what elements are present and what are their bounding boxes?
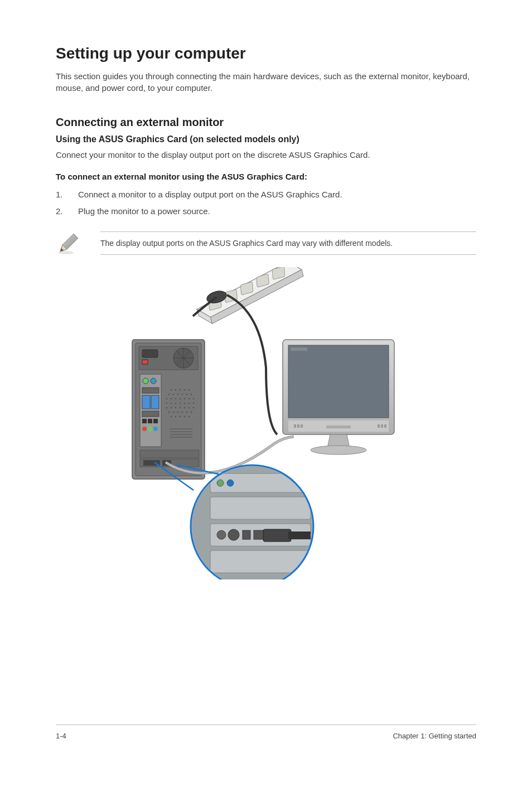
svg-rect-22 — [151, 395, 159, 409]
svg-point-18 — [143, 378, 148, 384]
svg-rect-20 — [142, 388, 159, 393]
svg-point-104 — [228, 529, 239, 540]
svg-rect-87 — [301, 424, 303, 428]
svg-rect-82 — [288, 345, 389, 418]
svg-rect-107 — [263, 529, 291, 542]
instruction-heading: To connect an external monitor using the… — [56, 172, 476, 181]
pencil-icon — [56, 231, 80, 256]
svg-point-61 — [193, 407, 195, 409]
svg-rect-108 — [288, 532, 311, 539]
svg-rect-21 — [142, 395, 150, 409]
step-item: 1. Connect a monitor to a display output… — [56, 188, 476, 201]
svg-rect-26 — [153, 419, 158, 423]
svg-point-51 — [180, 403, 181, 404]
svg-point-29 — [153, 427, 158, 431]
svg-point-60 — [188, 407, 190, 409]
svg-rect-91 — [326, 426, 351, 428]
note-text: The display output ports on the ASUS Gra… — [100, 239, 393, 248]
svg-point-37 — [177, 394, 179, 395]
page-footer: 1-4 Chapter 1: Getting started — [56, 724, 476, 740]
svg-point-72 — [188, 416, 190, 418]
svg-point-66 — [186, 412, 188, 413]
svg-point-41 — [166, 398, 168, 400]
svg-point-44 — [180, 398, 181, 400]
svg-rect-85 — [294, 424, 296, 428]
svg-point-57 — [175, 407, 177, 409]
svg-point-39 — [186, 394, 188, 395]
step-number: 2. — [56, 205, 78, 218]
svg-point-46 — [188, 398, 190, 400]
body-text: Connect your monitor to the display outp… — [56, 149, 476, 161]
svg-rect-24 — [142, 419, 147, 423]
svg-point-52 — [184, 403, 186, 404]
svg-rect-105 — [243, 530, 250, 539]
svg-point-71 — [184, 416, 186, 418]
svg-point-38 — [182, 394, 183, 395]
svg-point-19 — [151, 378, 156, 384]
svg-rect-101 — [210, 497, 311, 519]
intro-text: This section guides you through connecti… — [56, 70, 476, 94]
svg-point-40 — [191, 394, 192, 395]
svg-rect-86 — [297, 424, 299, 428]
page-title: Setting up your computer — [56, 45, 476, 62]
step-list: 1. Connect a monitor to a display output… — [56, 188, 476, 218]
svg-point-70 — [180, 416, 181, 418]
svg-point-56 — [171, 407, 172, 409]
svg-point-103 — [217, 530, 226, 539]
svg-rect-17 — [140, 374, 161, 447]
svg-point-55 — [166, 407, 168, 409]
svg-rect-25 — [148, 419, 152, 423]
svg-point-43 — [175, 398, 177, 400]
svg-point-62 — [168, 412, 170, 413]
svg-rect-16 — [142, 360, 148, 364]
step-text: Plug the monitor to a power source. — [78, 205, 210, 218]
svg-point-32 — [180, 389, 181, 391]
svg-rect-90 — [384, 424, 386, 428]
svg-point-42 — [171, 398, 172, 400]
svg-point-59 — [184, 407, 186, 409]
svg-point-33 — [184, 389, 186, 391]
svg-rect-84 — [291, 347, 307, 351]
svg-point-53 — [188, 403, 190, 404]
svg-rect-88 — [378, 424, 380, 428]
svg-point-100 — [227, 480, 234, 486]
svg-point-35 — [168, 394, 170, 395]
svg-point-92 — [311, 446, 366, 455]
svg-point-63 — [173, 412, 175, 413]
page-number: 1-4 — [56, 732, 66, 740]
svg-point-28 — [148, 427, 152, 431]
connection-diagram — [127, 267, 405, 579]
svg-point-67 — [191, 412, 192, 413]
svg-rect-15 — [142, 350, 158, 357]
svg-point-36 — [173, 394, 175, 395]
svg-point-47 — [193, 398, 195, 400]
svg-point-27 — [142, 427, 147, 431]
svg-point-64 — [177, 412, 179, 413]
svg-point-69 — [175, 416, 177, 418]
svg-point-50 — [175, 403, 177, 404]
svg-rect-77 — [140, 450, 199, 458]
svg-point-31 — [175, 389, 177, 391]
section-heading: Connecting an external monitor — [56, 116, 476, 129]
svg-rect-23 — [142, 411, 159, 417]
svg-point-45 — [184, 398, 186, 400]
step-item: 2. Plug the monitor to a power source. — [56, 205, 476, 218]
svg-point-49 — [171, 403, 172, 404]
svg-point-54 — [193, 403, 195, 404]
svg-rect-89 — [381, 424, 383, 428]
chapter-label: Chapter 1: Getting started — [393, 732, 476, 740]
svg-point-48 — [166, 403, 168, 404]
svg-point-30 — [171, 389, 172, 391]
svg-point-58 — [180, 407, 181, 409]
note-box: The display output ports on the ASUS Gra… — [56, 231, 476, 256]
sub-heading: Using the ASUS Graphics Card (on selecte… — [56, 134, 476, 144]
svg-point-34 — [188, 389, 190, 391]
svg-point-65 — [182, 412, 183, 413]
svg-point-0 — [58, 251, 74, 254]
step-number: 1. — [56, 188, 78, 201]
svg-point-68 — [171, 416, 172, 418]
svg-point-99 — [217, 480, 224, 486]
step-text: Connect a monitor to a display output po… — [78, 188, 342, 201]
